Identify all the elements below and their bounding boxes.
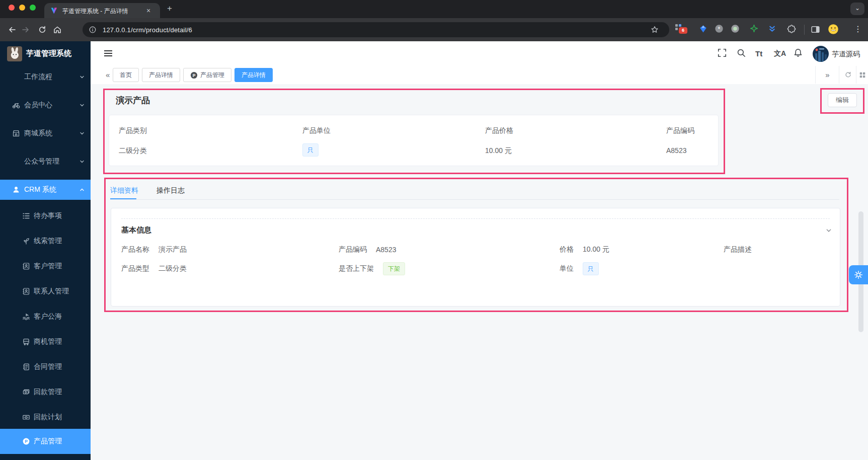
layout-grid-icon[interactable] <box>856 66 868 84</box>
extension-gem-icon[interactable] <box>699 25 707 33</box>
sidebar-item-todo[interactable]: 待办事项 <box>0 206 91 226</box>
brand-title: 芋道管理系统 <box>26 49 71 58</box>
tag-chip-home[interactable]: 首页 <box>113 68 139 82</box>
new-tab-button[interactable]: + <box>167 4 172 14</box>
svg-text:P: P <box>193 72 196 78</box>
sidebar-item-customer[interactable]: 客户管理 <box>0 256 91 276</box>
site-info-icon[interactable] <box>89 26 97 34</box>
extensions-puzzle-icon[interactable] <box>787 24 796 33</box>
product-summary-card: 产品类别 二级分类 产品单位 只 产品价格 10.00 元 产品编码 A8523 <box>109 115 719 166</box>
unit-tag: 只 <box>583 262 599 275</box>
contract-icon <box>22 363 30 371</box>
settings-gear-button[interactable] <box>849 265 868 284</box>
forward-icon[interactable] <box>21 25 30 34</box>
user-icon <box>12 186 20 194</box>
sidebar-item-business[interactable]: 商机管理 <box>0 332 91 352</box>
app-header: Tt 文A 芋道源码 <box>91 41 868 66</box>
tab-close-icon[interactable]: × <box>146 7 150 15</box>
product-category-value: 二级分类 <box>119 146 147 156</box>
main-content: 演示产品 编辑 产品类别 二级分类 产品单位 只 产品价格 10.00 元 产品… <box>91 84 868 460</box>
extension-grid-badge-icon[interactable]: 6 <box>675 24 687 36</box>
gear-icon <box>853 270 863 280</box>
clue-sprout-icon <box>22 237 30 245</box>
chevron-down-icon <box>80 74 85 80</box>
tag-chip-product-detail-active[interactable]: 产品详情 <box>234 68 273 82</box>
svg-text:*: * <box>718 26 721 33</box>
bell-icon[interactable] <box>793 48 803 58</box>
field-product-code: 产品编码A8523 <box>339 244 396 256</box>
tags-refresh-icon[interactable] <box>839 66 856 84</box>
browser-tabstrip: 芋道管理系统 - 产品详情 × + ⌄ <box>0 0 868 18</box>
tab-search-button[interactable]: ⌄ <box>850 3 864 15</box>
url-bar[interactable]: 127.0.0.1/crm/product/detail/6 <box>83 22 669 37</box>
screen: 芋道管理系统 - 产品详情 × + ⌄ 127.0.0.1/crm/produc… <box>0 0 868 460</box>
unit-tag: 只 <box>302 143 319 157</box>
tags-list: 首页 产品详情 P 产品管理 产品详情 <box>113 68 276 82</box>
extension-circle-dot-icon[interactable] <box>731 24 740 33</box>
window-minimize-button[interactable] <box>19 5 25 11</box>
sidebar-item-contact[interactable]: 联系人管理 <box>0 281 91 301</box>
chevron-up-icon <box>80 187 85 192</box>
home-icon[interactable] <box>53 25 62 34</box>
collapse-chevron-icon[interactable] <box>826 227 832 234</box>
tags-expand-button[interactable]: » <box>815 66 839 84</box>
sidebar-item-workflow[interactable]: 工作流程 <box>0 67 91 87</box>
sidebar-item-receivable-plan[interactable]: 回款计划 <box>0 407 91 427</box>
bookmark-star-icon[interactable] <box>650 25 659 34</box>
product-code-value: A8523 <box>666 146 686 155</box>
profile-avatar-emoji[interactable] <box>828 24 839 35</box>
shop-icon <box>12 129 20 137</box>
field-product-description: 产品描述 <box>724 244 761 256</box>
active-tab-underline <box>110 198 136 199</box>
chevron-down-icon <box>80 103 85 108</box>
url-text: 127.0.0.1/crm/product/detail/6 <box>103 26 192 34</box>
sidebar: 芋道管理系统 工作流程 会员中心 商城系统 公众号管理 CRM 系统 <box>0 41 91 460</box>
extension-double-chevron-icon[interactable] <box>768 25 776 33</box>
tags-view-bar: « 首页 产品详情 P 产品管理 产品详情 » <box>91 66 868 85</box>
extension-badge: 6 <box>679 27 687 34</box>
tag-chip-product-detail[interactable]: 产品详情 <box>142 68 180 82</box>
username[interactable]: 芋道源码 <box>832 50 860 59</box>
sidebar-item-receivable[interactable]: 回款管理 <box>0 382 91 402</box>
locale-icon[interactable]: 文A <box>774 49 786 58</box>
sidebar-item-crm-system[interactable]: CRM 系统 <box>0 180 91 200</box>
browser-tab[interactable]: 芋道管理系统 - 产品详情 × <box>44 3 160 18</box>
field-unit: 单位只 <box>560 263 599 275</box>
tab-detail-info[interactable]: 详细资料 <box>110 186 138 195</box>
side-panel-icon[interactable] <box>811 25 820 34</box>
contact-book-icon <box>22 287 30 295</box>
field-shelf-status: 是否上下架下架 <box>339 263 405 275</box>
browser-toolbar: 127.0.0.1/crm/product/detail/6 6 * <box>0 18 868 41</box>
edit-button[interactable]: 编辑 <box>828 93 857 107</box>
user-avatar[interactable] <box>813 46 829 62</box>
sidebar-item-member-center[interactable]: 会员中心 <box>0 95 91 115</box>
sidebar-item-product[interactable]: P 产品管理 <box>0 429 91 454</box>
font-size-icon[interactable]: Tt <box>755 49 762 58</box>
back-icon[interactable] <box>8 25 17 34</box>
tags-collapse-icon[interactable]: « <box>106 70 110 79</box>
svg-text:P: P <box>25 439 28 444</box>
browser-menu-icon[interactable]: ⋮ <box>854 24 862 34</box>
tab-operation-log[interactable]: 操作日志 <box>156 186 185 195</box>
menu-fold-icon[interactable] <box>104 49 112 58</box>
extension-circle-asterisk-icon[interactable]: * <box>715 24 724 33</box>
extension-star-icon[interactable] <box>750 24 758 33</box>
reload-icon[interactable] <box>38 25 47 34</box>
search-icon[interactable] <box>736 48 746 58</box>
field-price: 价格10.00 元 <box>560 244 609 256</box>
fullscreen-icon[interactable] <box>717 48 727 58</box>
off-shelf-tag: 下架 <box>383 262 405 275</box>
window-close-button[interactable] <box>9 5 15 11</box>
tag-chip-product-manage[interactable]: P 产品管理 <box>183 68 231 82</box>
chevron-down-icon <box>80 131 85 136</box>
sidebar-item-clue[interactable]: 线索管理 <box>0 231 91 251</box>
product-price-value: 10.00 元 <box>485 146 512 156</box>
window-zoom-button[interactable] <box>30 5 36 11</box>
sidebar-item-mall-system[interactable]: 商城系统 <box>0 123 91 143</box>
sidebar-item-official-account[interactable]: 公众号管理 <box>0 151 91 172</box>
bus-icon <box>22 338 30 346</box>
sidebar-item-public-sea[interactable]: 客户公海 <box>0 306 91 327</box>
yudao-favicon <box>50 7 58 15</box>
sidebar-item-contract[interactable]: 合同管理 <box>0 357 91 377</box>
tabs-divider <box>110 199 839 200</box>
